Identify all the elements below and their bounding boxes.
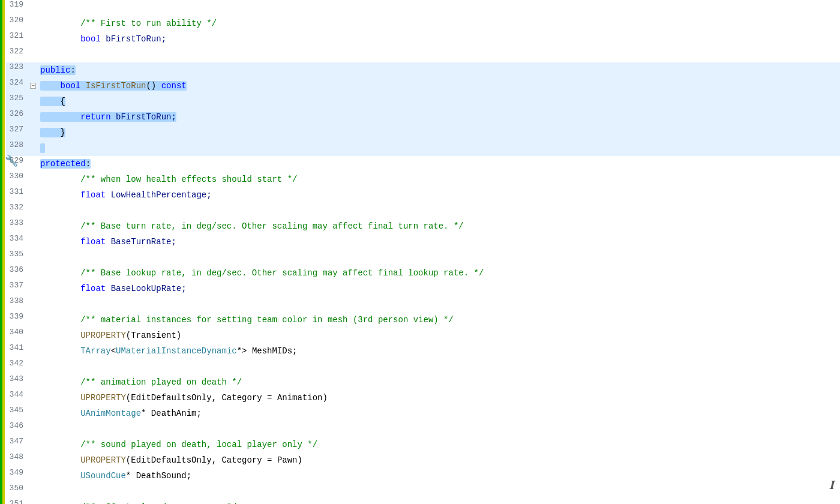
code-token: bool bbox=[80, 34, 101, 44]
line-content: return bFirstToRun; bbox=[38, 109, 840, 125]
line-number: 331 bbox=[6, 187, 28, 203]
fold-col bbox=[28, 218, 38, 234]
fold-icon[interactable]: − bbox=[30, 83, 36, 89]
line-number: 349 bbox=[6, 468, 28, 484]
line-number: 337 bbox=[6, 281, 28, 296]
line-content: /** when low health effects should start… bbox=[38, 172, 840, 187]
line-number: 343 bbox=[6, 374, 28, 390]
code-token: } bbox=[40, 128, 65, 137]
line-row: 342 bbox=[6, 359, 840, 374]
fold-col bbox=[28, 47, 38, 62]
code-token: /** animation played on death */ bbox=[80, 377, 242, 387]
code-token: UPROPERTY bbox=[80, 393, 126, 403]
code-token: * DeathAnim; bbox=[141, 409, 202, 418]
line-content: UPROPERTY(Transient) bbox=[38, 328, 840, 343]
line-row: 329 protected: bbox=[6, 156, 840, 172]
line-number: 346 bbox=[6, 421, 28, 437]
line-row: 341 TArray<UMaterialInstanceDynamic*> Me… bbox=[6, 343, 840, 359]
line-row: 325 { bbox=[6, 94, 840, 109]
code-token: return bFirstToRun; bbox=[40, 112, 176, 122]
code-token bbox=[40, 346, 80, 356]
line-number: 322 bbox=[6, 47, 28, 62]
line-number: 333 bbox=[6, 218, 28, 234]
line-row: 331 float LowHealthPercentage; bbox=[6, 187, 840, 203]
line-content bbox=[38, 484, 840, 499]
line-number: 339 bbox=[6, 312, 28, 328]
line-row: 337 float BaseLookUpRate; bbox=[6, 281, 840, 296]
line-row: 345 UAnimMontage* DeathAnim; bbox=[6, 406, 840, 421]
line-row: 330 /** when low health effects should s… bbox=[6, 172, 840, 187]
fold-col: − bbox=[28, 78, 38, 94]
code-token: BaseLookUpRate; bbox=[111, 284, 187, 293]
fold-col bbox=[28, 140, 38, 156]
fold-col bbox=[28, 31, 38, 47]
line-number: 345 bbox=[6, 406, 28, 421]
code-token: (EditDefaultsOnly, Category = Animation) bbox=[126, 393, 328, 403]
line-content bbox=[38, 203, 840, 218]
line-content: /** effect played on respawn */ bbox=[38, 499, 840, 504]
line-row: 344 UPROPERTY(EditDefaultsOnly, Category… bbox=[6, 390, 840, 406]
code-token bbox=[106, 190, 110, 200]
line-row: 320 /** First to run ability */ bbox=[6, 16, 840, 31]
line-number: 323 bbox=[6, 62, 28, 78]
line-content: float LowHealthPercentage; bbox=[38, 187, 840, 203]
fold-col bbox=[28, 484, 38, 499]
code-token bbox=[106, 284, 110, 293]
code-token bbox=[40, 268, 80, 278]
code-token bbox=[40, 315, 80, 325]
line-row: 327 } bbox=[6, 125, 840, 140]
code-token bbox=[40, 34, 80, 44]
fold-col bbox=[28, 125, 38, 140]
line-number: 347 bbox=[6, 437, 28, 452]
line-content: USoundCue* DeathSound; bbox=[38, 468, 840, 484]
line-content: /** animation played on death */ bbox=[38, 374, 840, 390]
line-row: 323 public: bbox=[6, 62, 840, 78]
code-token: bool bbox=[61, 81, 81, 91]
code-token: float bbox=[80, 284, 106, 293]
fold-col bbox=[28, 94, 38, 109]
line-content: float BaseTurnRate; bbox=[38, 234, 840, 250]
code-token: { bbox=[40, 97, 65, 106]
line-number: 319 bbox=[6, 0, 28, 16]
code-token bbox=[40, 377, 80, 387]
line-row: 333 /** Base turn rate, in deg/sec. Othe… bbox=[6, 218, 840, 234]
code-token: bFirstToRun; bbox=[106, 34, 166, 44]
code-token: UAnimMontage bbox=[80, 409, 141, 418]
line-content bbox=[38, 140, 840, 156]
fold-col bbox=[28, 452, 38, 468]
line-content: { bbox=[38, 94, 840, 109]
code-token bbox=[40, 471, 80, 481]
code-token: { bbox=[40, 97, 65, 106]
code-token: bool IsFirstToRun() const bbox=[40, 81, 187, 91]
line-content bbox=[38, 47, 840, 62]
line-number: 348 bbox=[6, 452, 28, 468]
code-token: /** when low health effects should start… bbox=[80, 175, 297, 184]
line-number: 327 bbox=[6, 125, 28, 140]
line-row: 324 − bool IsFirstToRun() const bbox=[6, 78, 840, 94]
code-token: IsFirstToRun bbox=[86, 81, 146, 91]
code-token bbox=[111, 112, 116, 122]
line-row: 340 UPROPERTY(Transient) bbox=[6, 328, 840, 343]
fold-col bbox=[28, 406, 38, 421]
code-token bbox=[101, 34, 106, 44]
line-content: } bbox=[38, 125, 840, 140]
line-row: 319 bbox=[6, 0, 840, 16]
code-token bbox=[40, 190, 80, 200]
line-content: bool bFirstToRun; bbox=[38, 31, 840, 47]
fold-col bbox=[28, 343, 38, 359]
line-number: 332 bbox=[6, 203, 28, 218]
code-token: UPROPERTY bbox=[80, 455, 126, 465]
code-token: () bbox=[146, 81, 161, 91]
line-number: 340 bbox=[6, 328, 28, 343]
code-token: protected: bbox=[40, 159, 91, 169]
line-content bbox=[38, 250, 840, 265]
code-token: protected bbox=[40, 159, 86, 169]
fold-col bbox=[28, 499, 38, 504]
line-row: 328 bbox=[6, 140, 840, 156]
code-token bbox=[40, 284, 80, 293]
line-content: UPROPERTY(EditDefaultsOnly, Category = P… bbox=[38, 452, 840, 468]
code-token bbox=[40, 143, 45, 153]
code-token: BaseTurnRate; bbox=[111, 237, 176, 247]
line-row: 348 UPROPERTY(EditDefaultsOnly, Category… bbox=[6, 452, 840, 468]
line-number: 326 bbox=[6, 109, 28, 125]
